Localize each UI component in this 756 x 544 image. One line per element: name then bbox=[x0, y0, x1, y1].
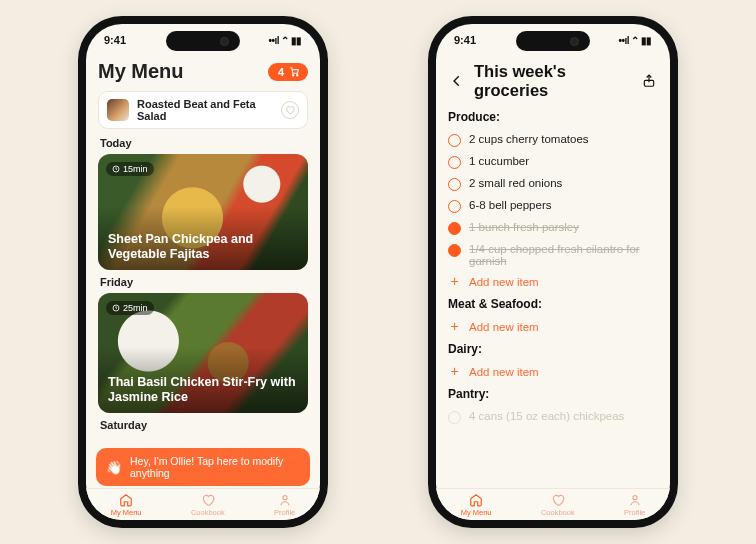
section-head: Pantry: bbox=[448, 387, 658, 401]
grocery-item[interactable]: 1 cucumber bbox=[448, 151, 658, 173]
share-button[interactable] bbox=[640, 74, 658, 88]
header-row: My Menu 4 bbox=[98, 60, 308, 83]
home-icon bbox=[469, 493, 483, 507]
tab-label: Profile bbox=[274, 508, 295, 517]
check-circle-icon[interactable] bbox=[448, 411, 461, 424]
assistant-prompt-text: Hey, I'm Ollie! Tap here to modify anyth… bbox=[130, 455, 300, 479]
heart-icon bbox=[201, 493, 215, 507]
svg-point-1 bbox=[297, 74, 298, 75]
check-circle-icon[interactable] bbox=[448, 222, 461, 235]
svg-point-6 bbox=[633, 495, 637, 499]
grocery-item-text: 6-8 bell peppers bbox=[469, 199, 551, 211]
add-item-button[interactable]: +Add new item bbox=[448, 316, 658, 339]
tab-profile[interactable]: Profile bbox=[274, 493, 295, 517]
day-label-today: Today bbox=[100, 137, 306, 149]
check-circle-icon[interactable] bbox=[448, 178, 461, 191]
time-label: 15min bbox=[123, 164, 148, 174]
grocery-title: This week's groceries bbox=[474, 62, 632, 100]
status-time: 9:41 bbox=[104, 34, 126, 46]
tab-cookbook[interactable]: Cookbook bbox=[541, 493, 575, 517]
heart-icon bbox=[285, 105, 295, 115]
clock-icon bbox=[112, 304, 120, 312]
featured-banner[interactable]: Roasted Beat and Feta Salad bbox=[98, 91, 308, 129]
recipe-title: Sheet Pan Chickpea and Vegetable Fajitas bbox=[108, 232, 298, 263]
day-label-friday: Friday bbox=[100, 276, 306, 288]
assistant-prompt-bar[interactable]: 👋 Hey, I'm Ollie! Tap here to modify any… bbox=[96, 448, 310, 486]
grocery-item[interactable]: 6-8 bell peppers bbox=[448, 195, 658, 217]
grocery-item-text: 2 small red onions bbox=[469, 177, 562, 189]
check-circle-icon[interactable] bbox=[448, 200, 461, 213]
wave-icon: 👋 bbox=[106, 460, 122, 475]
grocery-header: This week's groceries bbox=[448, 62, 658, 100]
chevron-left-icon bbox=[450, 74, 464, 88]
add-item-button[interactable]: +Add new item bbox=[448, 271, 658, 294]
check-circle-icon[interactable] bbox=[448, 244, 461, 257]
featured-title: Roasted Beat and Feta Salad bbox=[137, 98, 273, 122]
cart-count: 4 bbox=[278, 66, 284, 78]
grocery-item-text: 2 cups cherry tomatoes bbox=[469, 133, 589, 145]
tab-label: My Menu bbox=[111, 508, 142, 517]
heart-icon bbox=[551, 493, 565, 507]
status-icons: ••ıl ⌃ ▮▮ bbox=[618, 35, 652, 46]
favorite-button[interactable] bbox=[281, 101, 299, 119]
time-label: 25min bbox=[123, 303, 148, 313]
add-item-label: Add new item bbox=[469, 276, 539, 288]
notch bbox=[166, 31, 240, 51]
user-icon bbox=[278, 493, 292, 507]
tab-bar: My Menu Cookbook Profile bbox=[86, 488, 320, 520]
grocery-item-text: 1/4 cup chopped fresh cilantro for garni… bbox=[469, 243, 658, 267]
grocery-item-text: 4 cans (15 oz each) chickpeas bbox=[469, 410, 624, 422]
right-content: This week's groceries Produce:2 cups che… bbox=[436, 56, 670, 488]
grocery-item[interactable]: 1 bunch fresh parsley bbox=[448, 217, 658, 239]
phone-frame-left: 9:41 ••ıl ⌃ ▮▮ My Menu 4 Roasted Beat an… bbox=[78, 16, 328, 528]
grocery-item[interactable]: 1/4 cup chopped fresh cilantro for garni… bbox=[448, 239, 658, 271]
section-head: Produce: bbox=[448, 110, 658, 124]
home-icon bbox=[119, 493, 133, 507]
featured-thumb bbox=[107, 99, 129, 121]
recipe-card[interactable]: 25min Thai Basil Chicken Stir-Fry with J… bbox=[98, 293, 308, 413]
clock-icon bbox=[112, 165, 120, 173]
status-time: 9:41 bbox=[454, 34, 476, 46]
phone-frame-right: 9:41 ••ıl ⌃ ▮▮ This week's groceries Pro… bbox=[428, 16, 678, 528]
grocery-item[interactable]: 4 cans (15 oz each) chickpeas bbox=[448, 406, 658, 428]
tab-label: Profile bbox=[624, 508, 645, 517]
notch bbox=[516, 31, 590, 51]
add-item-label: Add new item bbox=[469, 321, 539, 333]
screen-left: 9:41 ••ıl ⌃ ▮▮ My Menu 4 Roasted Beat an… bbox=[86, 24, 320, 520]
page-title: My Menu bbox=[98, 60, 184, 83]
tab-label: Cookbook bbox=[541, 508, 575, 517]
grocery-item[interactable]: 2 small red onions bbox=[448, 173, 658, 195]
plus-icon: + bbox=[448, 320, 461, 333]
tab-my-menu[interactable]: My Menu bbox=[111, 493, 142, 517]
grocery-item[interactable]: 2 cups cherry tomatoes bbox=[448, 129, 658, 151]
svg-point-4 bbox=[283, 495, 287, 499]
tab-bar: My Menu Cookbook Profile bbox=[436, 488, 670, 520]
grocery-item-text: 1 cucumber bbox=[469, 155, 529, 167]
section-head: Meat & Seafood: bbox=[448, 297, 658, 311]
tab-my-menu[interactable]: My Menu bbox=[461, 493, 492, 517]
tab-cookbook[interactable]: Cookbook bbox=[191, 493, 225, 517]
status-icons: ••ıl ⌃ ▮▮ bbox=[268, 35, 302, 46]
add-item-label: Add new item bbox=[469, 366, 539, 378]
screen-right: 9:41 ••ıl ⌃ ▮▮ This week's groceries Pro… bbox=[436, 24, 670, 520]
check-circle-icon[interactable] bbox=[448, 156, 461, 169]
grocery-item-text: 1 bunch fresh parsley bbox=[469, 221, 579, 233]
day-label-saturday: Saturday bbox=[100, 419, 306, 431]
section-head: Dairy: bbox=[448, 342, 658, 356]
cart-button[interactable]: 4 bbox=[268, 63, 308, 81]
time-pill: 25min bbox=[106, 301, 154, 315]
tab-label: Cookbook bbox=[191, 508, 225, 517]
cart-icon bbox=[289, 66, 300, 77]
time-pill: 15min bbox=[106, 162, 154, 176]
tab-profile[interactable]: Profile bbox=[624, 493, 645, 517]
back-button[interactable] bbox=[448, 74, 466, 88]
check-circle-icon[interactable] bbox=[448, 134, 461, 147]
tab-label: My Menu bbox=[461, 508, 492, 517]
user-icon bbox=[628, 493, 642, 507]
svg-point-0 bbox=[292, 74, 293, 75]
recipe-card[interactable]: 15min Sheet Pan Chickpea and Vegetable F… bbox=[98, 154, 308, 270]
add-item-button[interactable]: +Add new item bbox=[448, 361, 658, 384]
left-content: My Menu 4 Roasted Beat and Feta Salad To… bbox=[86, 56, 320, 488]
recipe-title: Thai Basil Chicken Stir-Fry with Jasmine… bbox=[108, 375, 298, 406]
share-icon bbox=[642, 74, 656, 88]
